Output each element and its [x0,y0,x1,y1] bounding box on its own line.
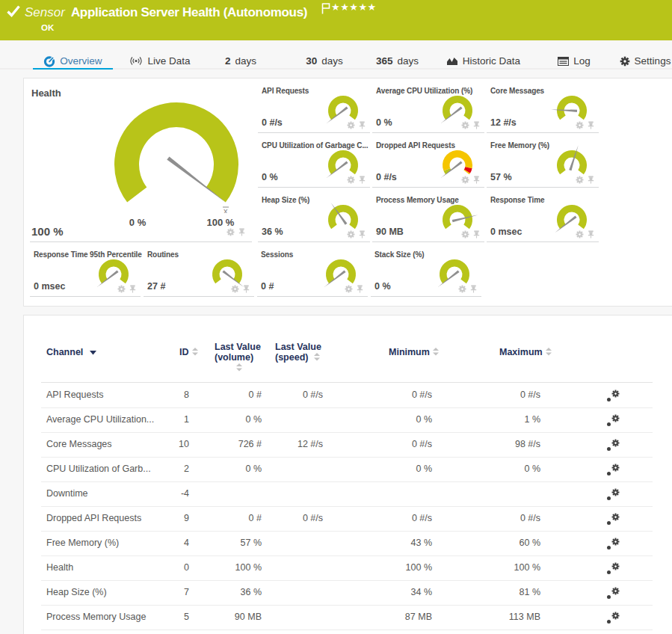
settings-gear-icon [620,56,630,67]
channel-row[interactable]: Health0100 %100 %100 % [41,555,653,581]
tile-pin-icon[interactable] [242,285,250,293]
col-header-channel[interactable]: Channel [46,347,96,357]
tab-365-days[interactable]: 365days [369,54,426,68]
tab-live-data[interactable]: Live Data [126,54,194,68]
tile-pin-icon[interactable] [356,285,364,293]
channel-max: 1 % [41,407,540,432]
gauge-tile-value: 90 MB [376,227,404,237]
tile-settings-gear-icon[interactable] [576,176,584,184]
tile-pin-icon[interactable] [472,121,481,129]
channel-row[interactable]: Downtime-4 [41,481,653,507]
gauge-tile-value: 0 #/s [262,117,283,128]
tile-settings-gear-icon[interactable] [347,176,355,184]
col-header-minimum[interactable]: Minimum [389,347,439,357]
tile-settings-gear-icon[interactable] [461,176,469,184]
tab-settings[interactable]: Settings [611,54,672,68]
priority-flag-icon[interactable] [321,3,330,16]
gauge-tile-title: Free Memory (%) [490,141,549,150]
tile-settings-gear-icon[interactable] [231,285,239,293]
tile-pin-icon[interactable] [358,176,366,184]
channel-row[interactable]: Core Messages10726 #12 #/s0 #/s98 #/s [41,432,653,458]
sort-arrows-icon[interactable] [189,347,198,357]
sensor-kind-label: Sensor [25,5,65,19]
tile-settings-gear-icon[interactable] [461,121,469,129]
channel-settings-icon[interactable] [607,612,620,624]
tile-settings-gear-icon[interactable] [345,285,353,293]
channel-settings-icon[interactable] [607,538,620,550]
channel-row[interactable]: CPU Utilization of Garb...20 %0 %0 % [41,457,653,482]
tab-log[interactable]: Log [550,54,598,68]
tab-label: Historic Data [463,55,520,67]
tab-range-number: 30 [306,55,317,67]
col-header-last-speed[interactable]: Last Value (speed) [275,342,321,363]
sort-arrows-icon[interactable] [430,347,439,357]
channel-row[interactable]: Process Memory Usage590 MB87 MB113 MB [41,605,653,630]
channel-settings-icon[interactable] [607,439,620,451]
channel-settings-icon[interactable] [607,488,620,500]
tile-settings-gear-icon[interactable] [576,121,584,129]
tile-settings-gear-icon[interactable] [117,285,126,293]
sort-arrows-icon[interactable] [543,347,552,357]
gauge-tile: Sessions0 # [257,246,368,297]
tile-pin-icon[interactable] [129,285,137,293]
gauge-tile-title: Heap Size (%) [262,196,309,204]
gauge-tile-value: 36 % [262,227,283,237]
channel-settings-icon[interactable] [607,390,620,401]
channel-settings-icon[interactable] [607,587,620,599]
tile-settings-gear-icon[interactable] [347,121,355,129]
gauge-icon [43,55,55,67]
tile-settings-gear-icon[interactable] [458,285,466,293]
channel-row[interactable]: Dropped API Requests90 #0 #/s0 #/s0 #/s [41,506,653,532]
channel-max: 113 MB [41,605,540,630]
tab-label: Settings [635,55,671,67]
gauge-tile-value: 0 #/s [376,172,397,182]
channel-row[interactable]: Heap Size (%)736 %34 %81 % [41,580,653,606]
tile-settings-gear-icon[interactable] [347,230,355,238]
tab-overview[interactable]: Overview [33,54,113,68]
gauge-tile-value: 0 msec [34,281,65,292]
channel-settings-icon[interactable] [607,414,620,426]
tile-settings-gear-icon[interactable] [226,228,235,236]
health-tile-border [30,241,252,242]
tile-pin-icon[interactable] [472,230,481,238]
prtg-sensor-overview-page: SensorApplication Server Health (Autonom… [0,0,672,634]
channel-row[interactable]: Average CPU Utilization...10 %0 %1 % [41,407,653,433]
channel-row[interactable]: API Requests80 #0 #/s0 #/s0 #/s [41,383,653,408]
tile-pin-icon[interactable] [472,176,481,184]
gauge-tile-value: 12 #/s [490,117,517,128]
sensor-header: SensorApplication Server Health (Autonom… [0,0,672,40]
gauge-tile-value: 0 # [261,281,274,292]
tile-pin-icon[interactable] [587,121,595,129]
col-header-maximum[interactable]: Maximum [499,347,552,357]
gauge-tile: Dropped API Requests0 #/s [372,137,484,188]
channel-max: 60 % [41,531,540,555]
priority-stars[interactable]: ★★★★★ [331,1,377,13]
sort-arrows-icon[interactable] [311,352,320,363]
tab-2-days[interactable]: 2days [215,54,266,68]
tile-pin-icon[interactable] [587,176,595,184]
tile-settings-gear-icon[interactable] [461,230,469,238]
channel-settings-icon[interactable] [607,562,620,574]
sort-arrows-icon[interactable] [233,363,242,373]
tile-settings-gear-icon[interactable] [576,230,584,238]
tab-30-days[interactable]: 30days [296,54,353,68]
col-header-last-volume[interactable]: Last Value (volume) [215,342,261,373]
channel-row[interactable]: Free Memory (%)457 %43 %60 % [41,531,653,556]
channel-max: 100 % [41,555,540,580]
tile-pin-icon[interactable] [469,285,478,293]
health-gauge-title: Health [31,87,61,99]
tile-pin-icon[interactable] [587,230,595,238]
tab-range-number: 365 [376,55,393,67]
gauge-tile: Stack Size (%)0 % [371,246,481,297]
tile-pin-icon[interactable] [358,121,366,129]
health-gauge-value: 100 % [31,225,64,238]
sensor-title-line: SensorApplication Server Health (Autonom… [25,5,307,20]
tab-historic-data[interactable]: Historic Data [436,54,531,68]
col-header-id[interactable]: ID [179,347,198,357]
tile-pin-icon[interactable] [358,230,366,238]
channel-settings-icon[interactable] [607,464,620,476]
channel-settings-icon[interactable] [607,513,620,525]
historic-chart-icon [446,56,458,66]
tile-pin-icon[interactable] [238,228,246,236]
gauge-tile-value: 0 % [262,172,278,182]
